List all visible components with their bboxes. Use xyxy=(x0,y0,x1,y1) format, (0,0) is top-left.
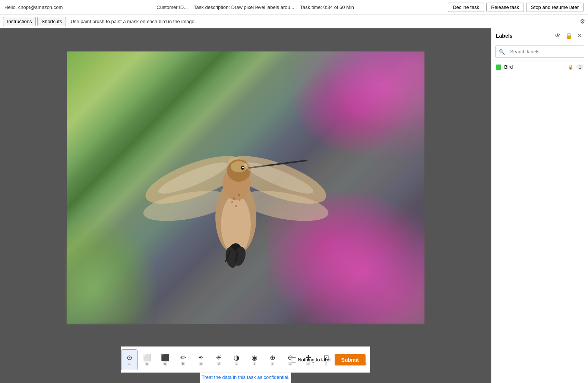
contrast-icon: ◑ xyxy=(234,354,240,361)
eye-icon[interactable]: 👁 xyxy=(553,32,562,40)
instruction-text: Use paint brush to paint a mask on each … xyxy=(70,19,196,24)
confidential-bar: Treat the data in this task as confident… xyxy=(200,373,291,383)
fill-shortcut: t xyxy=(253,362,256,365)
paint-brush-icon: ⊙ xyxy=(127,354,132,361)
submit-button[interactable]: Submit xyxy=(335,354,366,365)
hummingbird-image xyxy=(139,105,333,277)
brightness-icon: ☀ xyxy=(216,354,222,361)
contrast-shortcut: c xyxy=(235,362,238,365)
tool-zoom-in[interactable]: ⊕ z xyxy=(264,349,281,370)
header-buttons: Decline task Release task Stop and resum… xyxy=(448,3,584,12)
label-list: Bird 🔒 1 xyxy=(491,60,588,383)
eraser-icon: ✒ xyxy=(198,354,204,361)
paint-brush-shortcut: a xyxy=(127,362,131,365)
annotation-canvas[interactable] xyxy=(67,51,424,324)
shortcuts-tab[interactable]: Shortcuts xyxy=(37,17,66,26)
confidential-text: Treat the data in this task as confident… xyxy=(202,374,290,380)
tool-crop[interactable]: ⬛ q xyxy=(157,349,173,370)
tool-rectangle[interactable]: ⬜ p xyxy=(139,349,155,370)
instructions-tab[interactable]: Instructions xyxy=(3,17,36,26)
tool-contrast[interactable]: ◑ c xyxy=(228,349,245,370)
header: Hello, chopt@amazon.com Customer ID... T… xyxy=(0,0,588,15)
pencil-shortcut: b xyxy=(181,362,184,365)
task-time: Task time: 0:34 of 60 Min xyxy=(300,4,354,10)
tool-fill[interactable]: ◉ t xyxy=(246,349,263,370)
rectangle-shortcut: p xyxy=(145,362,149,365)
main: ⊙ a ⬜ p ⬛ q ✏ b ✒ e ☀ d xyxy=(0,28,588,383)
right-panel: Labels 👁 🔒 ✕ 🔍 Bird 🔒 1 xyxy=(491,28,588,383)
eraser-shortcut: e xyxy=(199,362,202,365)
task-meta: Customer ID... Task description: Draw pi… xyxy=(69,4,442,10)
user-greeting: Hello, chopt@amazon.com xyxy=(4,4,63,10)
zoom-in-shortcut: z xyxy=(271,362,274,365)
image-container[interactable] xyxy=(0,28,491,346)
lock-icon[interactable]: 🔒 xyxy=(564,31,574,40)
svg-point-17 xyxy=(231,201,233,203)
nothing-to-label-text: Nothing to label xyxy=(298,357,331,362)
brightness-shortcut: d xyxy=(217,362,220,365)
nothing-to-label-checkbox-container[interactable]: Nothing to label xyxy=(291,357,331,362)
fill-icon: ◉ xyxy=(252,354,257,361)
toolbar-row: Instructions Shortcuts Use paint brush t… xyxy=(0,15,588,28)
settings-icon[interactable]: ⚙ xyxy=(580,18,585,25)
stop-resume-button[interactable]: Stop and resume later xyxy=(526,3,584,12)
crop-shortcut: q xyxy=(163,362,167,365)
decline-task-button[interactable]: Decline task xyxy=(448,3,484,12)
release-task-button[interactable]: Release task xyxy=(486,3,524,12)
search-labels-input[interactable] xyxy=(507,47,581,56)
label-item-bird[interactable]: Bird 🔒 1 xyxy=(491,62,588,72)
tool-paint-brush[interactable]: ⊙ a xyxy=(121,349,137,370)
label-count: 1 xyxy=(576,65,584,70)
svg-point-18 xyxy=(239,200,240,201)
rectangle-icon: ⬜ xyxy=(143,354,151,361)
submit-area: Nothing to label Submit xyxy=(291,354,366,365)
svg-point-11 xyxy=(242,167,244,168)
pencil-icon: ✏ xyxy=(180,354,186,361)
zoom-in-icon: ⊕ xyxy=(270,354,275,361)
labels-header: Labels 👁 🔒 ✕ xyxy=(491,28,588,43)
svg-point-8 xyxy=(231,161,247,172)
canvas-area: ⊙ a ⬜ p ⬛ q ✏ b ✒ e ☀ d xyxy=(0,28,491,383)
close-icon[interactable]: ✕ xyxy=(576,31,584,40)
task-description: Task description: Draw pixel level label… xyxy=(194,4,294,10)
svg-point-15 xyxy=(233,197,235,200)
labels-title: Labels xyxy=(496,33,552,39)
nothing-to-label-checkbox[interactable] xyxy=(291,357,296,362)
label-lock-icon: 🔒 xyxy=(568,65,573,70)
bottom-toolbar: ⊙ a ⬜ p ⬛ q ✏ b ✒ e ☀ d xyxy=(121,346,370,373)
tool-eraser[interactable]: ✒ e xyxy=(193,349,209,370)
tool-brightness[interactable]: ☀ d xyxy=(211,349,227,370)
search-labels-container: 🔍 xyxy=(491,43,588,60)
svg-point-19 xyxy=(235,205,237,207)
svg-point-16 xyxy=(238,194,240,196)
tool-pencil[interactable]: ✏ b xyxy=(175,349,191,370)
search-input-wrapper[interactable]: 🔍 xyxy=(495,45,584,58)
label-color-swatch xyxy=(496,65,501,70)
customer-id: Customer ID... xyxy=(157,4,188,10)
search-icon: 🔍 xyxy=(499,49,505,55)
crop-icon: ⬛ xyxy=(161,354,169,361)
label-name: Bird xyxy=(504,64,565,70)
